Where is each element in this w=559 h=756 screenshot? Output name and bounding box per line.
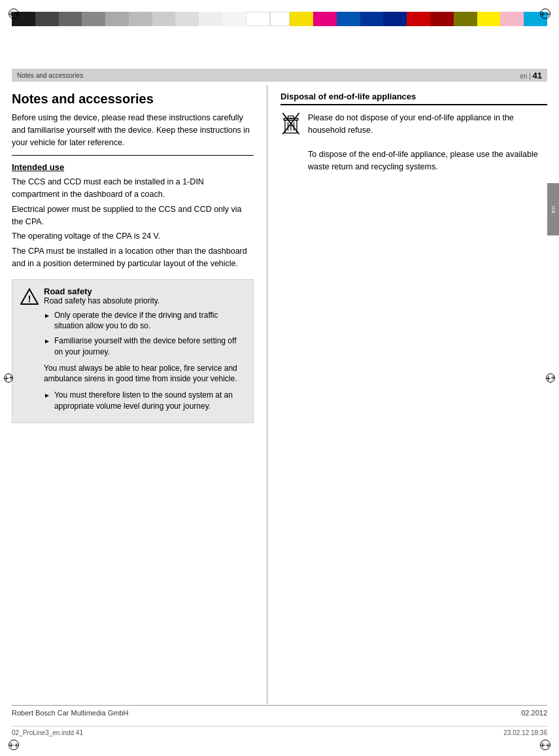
bullet-text-2: Familiarise yourself with the device bef… — [54, 335, 245, 358]
disposal-p1: Please do not dispose of your end-of-lif… — [308, 113, 514, 135]
bullet-item-2: ► Familiarise yourself with the device b… — [44, 335, 245, 358]
footer-company: Robert Bosch Car Multimedia GmbH — [12, 709, 129, 717]
intended-use-p1: The CCS and CCD must each be installed i… — [12, 176, 254, 201]
warning-header: ! Road safety Road safety has absolute p… — [20, 286, 245, 306]
intro-text: Before using the device, please read the… — [12, 112, 254, 148]
file-info-bar: 02_ProLine3_en.indd 41 23.02.12 18:36 — [12, 726, 547, 736]
warning-box: ! Road safety Road safety has absolute p… — [12, 279, 254, 423]
intended-use-p4: The CPA must be installed in a location … — [12, 245, 254, 270]
warning-subtitle: Road safety has absolute priority. — [44, 296, 160, 305]
bullet-item-3: ► You must therefore listen to the sound… — [44, 390, 245, 412]
warning-icon: ! — [20, 288, 39, 306]
disposal-p2: To dispose of the end-of-life appliance,… — [308, 150, 538, 171]
bullet-item-1: ► Only operate the device if the driving… — [44, 310, 245, 332]
footer-date: 02.2012 — [521, 709, 547, 717]
reg-mark-top-right: + — [538, 7, 552, 21]
bullet-arrow-3: ► — [44, 391, 50, 400]
section-divider — [12, 155, 254, 156]
page-title: Notes and accessories — [12, 92, 254, 107]
file-info-right: 23.02.12 18:36 — [503, 729, 547, 736]
side-tab: en — [547, 183, 559, 235]
disposal-heading: Disposal of end-of-life appliances — [280, 92, 547, 105]
disposal-text: Please do not dispose of your end-of-lif… — [308, 112, 547, 173]
left-column: Notes and accessories Before using the d… — [12, 85, 267, 704]
svg-text:!: ! — [28, 294, 31, 304]
warning-body: ► Only operate the device if the driving… — [20, 310, 245, 412]
disposal-icon — [280, 112, 301, 135]
reg-mark-top-left: + — [7, 7, 21, 21]
header-page: 41 — [533, 71, 542, 80]
color-bar — [12, 12, 547, 26]
reg-mark-bottom-right: + — [538, 738, 552, 752]
section-title: Notes and accessories — [17, 72, 83, 79]
intended-use-heading: Intended use — [12, 162, 254, 172]
bullet-arrow-2: ► — [44, 337, 50, 346]
side-tab-text: en — [550, 205, 556, 213]
svg-rect-4 — [288, 116, 294, 118]
reg-mark-left-mid: + — [4, 373, 13, 383]
footer: Robert Bosch Car Multimedia GmbH 02.2012 — [12, 705, 547, 717]
disposal-item: Please do not dispose of your end-of-lif… — [280, 112, 547, 173]
main-content: Notes and accessories Before using the d… — [12, 85, 547, 704]
bullet-text-3: You must therefore listen to the sound s… — [54, 390, 245, 412]
intended-use-p2: Electrical power must be supplied to the… — [12, 203, 254, 228]
header-bar: Notes and accessories en | 41 — [12, 69, 547, 82]
bullet-text-1: Only operate the device if the driving a… — [54, 310, 245, 332]
bullet-arrow-1: ► — [44, 311, 50, 320]
reg-mark-right-mid: + — [546, 373, 555, 383]
warning-title: Road safety — [44, 286, 160, 296]
right-column: Disposal of end-of-life appliances Pleas… — [267, 85, 547, 704]
file-info-left: 02_ProLine3_en.indd 41 — [12, 729, 83, 736]
reg-mark-bottom-left: + — [7, 738, 21, 752]
warning-title-block: Road safety Road safety has absolute pri… — [44, 286, 160, 305]
intended-use-p3: The operating voltage of the CPA is 24 V… — [12, 230, 254, 243]
header-lang: en | — [520, 73, 531, 80]
warning-paragraph: You must always be able to hear police, … — [44, 363, 245, 385]
